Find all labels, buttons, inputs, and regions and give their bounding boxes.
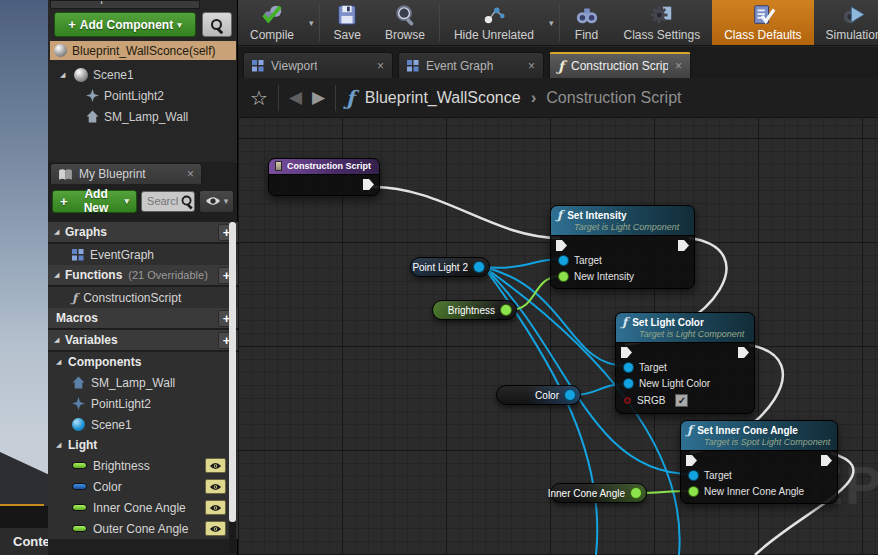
node-set-intensity[interactable]: ƒSet Intensity Target is Light Component… xyxy=(550,205,695,289)
chevron-down-icon: ▾ xyxy=(125,196,130,206)
exec-out-pin[interactable] xyxy=(678,240,689,251)
exec-in-pin[interactable] xyxy=(621,347,632,358)
save-button[interactable]: Save xyxy=(322,0,373,45)
compile-button[interactable]: Compile xyxy=(238,0,306,45)
tab-viewport[interactable]: Viewport × xyxy=(243,52,393,78)
section-graphs[interactable]: ◢ Graphs + xyxy=(48,222,238,243)
node-construction-script[interactable]: Construction Script xyxy=(268,158,380,196)
object-pin-icon[interactable] xyxy=(559,256,568,265)
pin-target[interactable]: Target xyxy=(551,252,694,268)
node-brightness[interactable]: Brightness xyxy=(432,300,517,320)
find-button[interactable]: Find xyxy=(562,0,612,45)
list-item-pointlight2[interactable]: PointLight2 xyxy=(48,393,238,414)
editable-eye-toggle[interactable] xyxy=(205,458,226,473)
scrollbar-track[interactable] xyxy=(229,222,236,553)
components-search-button[interactable] xyxy=(202,12,232,37)
pin-new-intensity[interactable]: New Intensity xyxy=(551,268,694,288)
srgb-checkbox[interactable]: ✓ xyxy=(675,394,688,407)
expander-icon[interactable]: ◢ xyxy=(54,228,63,236)
exec-out-pin[interactable] xyxy=(738,347,749,358)
close-icon[interactable]: × xyxy=(675,59,682,73)
level-viewport-sliver[interactable]: Content Browser xyxy=(0,0,48,555)
simulation-button[interactable]: Simulation xyxy=(814,0,878,45)
scrollbar-thumb[interactable] xyxy=(229,222,236,522)
component-row-self[interactable]: Blueprint_WallSconce(self) xyxy=(50,41,236,60)
compile-options-dropdown[interactable]: ▾ xyxy=(306,0,317,45)
float-pin-icon[interactable] xyxy=(501,305,511,315)
close-icon[interactable]: × xyxy=(377,59,384,73)
float-pin-icon[interactable] xyxy=(631,488,641,498)
tab-my-blueprint[interactable]: My Blueprint × xyxy=(50,163,202,184)
component-row-pointlight2[interactable]: PointLight2 xyxy=(48,85,238,106)
group-components[interactable]: ◢ Components xyxy=(48,352,238,372)
node-inner-cone-angle[interactable]: Inner Cone Angle xyxy=(550,483,647,503)
node-point-light-2[interactable]: Point Light 2 xyxy=(410,257,490,277)
add-new-button[interactable]: + Add New ▾ xyxy=(52,190,137,213)
close-icon[interactable]: × xyxy=(187,167,194,181)
section-variables[interactable]: ◢ Variables + xyxy=(48,330,238,351)
expander-icon[interactable]: ◢ xyxy=(54,336,63,344)
class-defaults-button[interactable]: Class Defaults xyxy=(712,0,813,45)
node-set-light-color[interactable]: ƒSet Light Color Target is Light Compone… xyxy=(615,312,755,414)
pin-new-inner-cone-angle[interactable]: New Inner Cone Angle xyxy=(681,483,837,503)
variable-row-outer-cone-angle[interactable]: Outer Cone Angle xyxy=(48,518,238,539)
class-settings-button[interactable]: Class Settings xyxy=(612,0,713,45)
object-pin-icon[interactable] xyxy=(689,471,698,480)
editable-eye-toggle[interactable] xyxy=(205,500,226,515)
nav-forward-icon[interactable]: ▶ xyxy=(312,87,325,108)
section-macros[interactable]: Macros + xyxy=(48,308,238,329)
function-icon: ƒ xyxy=(72,291,77,305)
bookmark-star-icon[interactable]: ☆ xyxy=(250,86,268,110)
section-functions[interactable]: ◢ Functions (21 Overridable) + xyxy=(48,265,238,286)
group-light[interactable]: ◢ Light xyxy=(48,435,238,455)
expander-icon[interactable]: ◢ xyxy=(56,358,65,366)
visibility-filter-button[interactable]: ▾ xyxy=(199,190,234,213)
float-pin-icon[interactable] xyxy=(559,272,568,281)
close-icon[interactable]: × xyxy=(528,59,535,73)
expander-icon[interactable]: ◢ xyxy=(54,271,63,279)
expander-icon[interactable]: ◢ xyxy=(60,71,69,79)
editable-eye-toggle[interactable] xyxy=(205,521,226,536)
static-mesh-icon xyxy=(72,376,85,389)
pin-target[interactable]: Target xyxy=(681,467,837,483)
expander-icon[interactable]: ◢ xyxy=(56,441,65,449)
struct-pin-icon[interactable] xyxy=(565,390,575,400)
struct-pin-icon[interactable] xyxy=(624,379,633,388)
tab-components[interactable]: Components xyxy=(50,0,200,9)
node-color[interactable]: Color xyxy=(496,385,581,405)
list-item-constructionscript[interactable]: ƒ ConstructionScript xyxy=(48,287,238,308)
hide-unrelated-button[interactable]: Hide Unrelated xyxy=(442,0,546,45)
component-row-sm-lamp-wall[interactable]: SM_Lamp_Wall xyxy=(48,106,238,127)
breadcrumb-root[interactable]: Blueprint_WallSconce xyxy=(365,89,521,107)
content-browser-bar[interactable]: Content Browser xyxy=(0,528,48,555)
exec-in-pin[interactable] xyxy=(556,240,567,251)
breadcrumb-current[interactable]: Construction Script xyxy=(546,89,681,107)
add-component-button[interactable]: + Add Component ▾ xyxy=(54,12,196,37)
variable-row-color[interactable]: Color xyxy=(48,476,238,497)
object-pin-icon[interactable] xyxy=(624,363,633,372)
component-row-scene1[interactable]: ◢ Scene1 xyxy=(48,64,238,85)
hide-unrelated-options-dropdown[interactable]: ▾ xyxy=(546,0,557,45)
pin-target[interactable]: Target xyxy=(616,359,754,375)
exec-out-pin[interactable] xyxy=(363,179,374,190)
editable-eye-toggle[interactable] xyxy=(205,479,226,494)
variable-row-brightness[interactable]: Brightness xyxy=(48,455,238,476)
browse-button[interactable]: Browse xyxy=(373,0,437,45)
float-pin-icon[interactable] xyxy=(689,487,698,496)
list-item-scene1[interactable]: Scene1 xyxy=(48,414,238,435)
exec-out-pin[interactable] xyxy=(821,455,832,466)
bool-pin-icon[interactable] xyxy=(624,397,631,404)
exec-in-pin[interactable] xyxy=(686,455,697,466)
tab-event-graph[interactable]: Event Graph × xyxy=(398,52,544,78)
pin-new-light-color[interactable]: New Light Color xyxy=(616,375,754,391)
list-item-sm-lamp-wall[interactable]: SM_Lamp_Wall xyxy=(48,372,238,393)
function-icon: ƒ xyxy=(622,315,627,329)
graph-canvas[interactable]: BLUEPRINT Construction Script xyxy=(238,118,878,555)
node-set-inner-cone-angle[interactable]: ƒSet Inner Cone Angle Target is Spot Lig… xyxy=(680,420,838,504)
variable-row-inner-cone-angle[interactable]: Inner Cone Angle xyxy=(48,497,238,518)
pin-srgb[interactable]: SRGB✓ xyxy=(616,391,754,413)
object-pin-icon[interactable] xyxy=(474,262,484,272)
tab-construction-script[interactable]: ƒ Construction Script × xyxy=(549,52,691,78)
nav-back-icon[interactable]: ◀ xyxy=(289,87,302,108)
list-item-eventgraph[interactable]: EventGraph xyxy=(48,244,238,265)
